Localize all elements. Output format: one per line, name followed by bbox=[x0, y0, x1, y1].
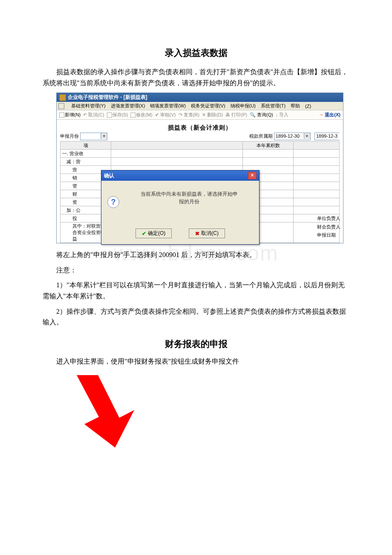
tb-import[interactable]: ↓ 导入 bbox=[276, 112, 289, 118]
cancel-button[interactable]: ✖取消(C) bbox=[189, 228, 225, 238]
menubar: 基础资料管理(Y) 进项发票管理(X) 销项发票管理(W) 税务凭证管理(V) … bbox=[57, 102, 343, 110]
form-title: 损益表（新会计准则） bbox=[60, 124, 340, 132]
label-acct-head: 财会负责人 bbox=[317, 223, 340, 231]
tb-edit[interactable]: 修改(M) bbox=[130, 112, 153, 118]
tb-cancel[interactable]: ↶ 取消(C) bbox=[83, 112, 104, 118]
question-icon: ? bbox=[107, 196, 119, 208]
menu-declare[interactable]: 纳税申报(U) bbox=[231, 103, 256, 109]
menu-in-invoice[interactable]: 进项发票管理(X) bbox=[111, 103, 145, 109]
menu-out-invoice[interactable]: 销项发票管理(W) bbox=[150, 103, 186, 109]
tb-recheck[interactable]: ↷ 复查(R) bbox=[179, 112, 199, 118]
para-1: 损益表数据的录入操作步骤与资产负债表相同，首先打开"新资产负债表"并点击【新增】… bbox=[43, 66, 349, 88]
tb-delete[interactable]: ✕ 删除(D) bbox=[202, 112, 223, 118]
confirm-dialog: 确认 × ? 当前系统中尚未有新损益表，请选择开始申 报的月份 ✔确定(O) ✖… bbox=[101, 170, 259, 245]
col-item: 项 bbox=[61, 142, 111, 150]
para-5: 2）操作步骤、方式与资产负债表操作完全相同。可参照上述资产负债表的操作方式将损益… bbox=[43, 306, 349, 328]
row-label: 一. 营业收 bbox=[61, 150, 111, 158]
para-4: 1）"本年累计"栏目可以在填写第一个月时直接进行输入，当第一个月输入完成后，以后… bbox=[43, 280, 349, 301]
col-blank bbox=[111, 142, 243, 150]
row-label: 减：营 bbox=[61, 158, 111, 166]
app-window: 企业电子报税管理软件 - [新损益表] 基础资料管理(Y) 进项发票管理(X) … bbox=[56, 92, 343, 243]
col-accum: 本年累积数 bbox=[243, 142, 294, 150]
dialog-message: 当前系统中尚未有新损益表，请选择开始申 报的月份 bbox=[125, 189, 253, 205]
svg-marker-0 bbox=[77, 375, 134, 448]
close-button[interactable]: × bbox=[248, 172, 257, 179]
tb-new[interactable]: 新增(N) bbox=[59, 112, 81, 118]
para-3-label: 注意： bbox=[43, 265, 349, 276]
heading-report-declare: 财务报表的申报 bbox=[43, 338, 349, 350]
tax-period-combo[interactable]: 1899-12-30▾ bbox=[274, 133, 311, 140]
side-labels: 单位负责人 财会负责人 申报日期 bbox=[317, 214, 340, 240]
tb-query[interactable]: 🔍 查询(Q) bbox=[250, 112, 273, 118]
menu-tax-doc[interactable]: 税务凭证管理(V) bbox=[191, 103, 225, 109]
check-icon: ✔ bbox=[142, 231, 146, 237]
declare-month-combo[interactable]: ▾ bbox=[80, 133, 107, 140]
tb-print[interactable]: 🖶 打印(P) bbox=[225, 112, 247, 118]
chevron-down-icon: ▾ bbox=[304, 133, 310, 139]
x-icon: ✖ bbox=[195, 231, 199, 237]
form-area: 损益表（新会计准则） 申报月份 ▾ 税款所属期 1899-12-30▾ 1899… bbox=[57, 120, 343, 243]
heading-enter-profit-loss: 录入损益表数据 bbox=[43, 47, 349, 59]
col-extra bbox=[294, 142, 340, 150]
menu-z[interactable]: (Z) bbox=[305, 104, 311, 109]
tb-audit[interactable]: ✔ 审核(V) bbox=[155, 112, 176, 118]
red-arrow-graphic bbox=[68, 375, 349, 448]
chevron-down-icon: ▾ bbox=[101, 133, 107, 139]
label-unit-head: 单位负责人 bbox=[317, 214, 340, 223]
tax-period-label: 税款所属期 bbox=[249, 133, 273, 139]
menu-basic[interactable]: 基础资料管理(Y) bbox=[71, 103, 106, 109]
window-title: 企业电子报税管理软件 - [新损益表] bbox=[68, 94, 147, 101]
titlebar: 企业电子报税管理软件 - [新损益表] bbox=[57, 93, 343, 102]
tb-exit[interactable]: → 退出(X) bbox=[319, 112, 340, 118]
label-declare-date: 申报日期 bbox=[317, 231, 340, 240]
ok-button[interactable]: ✔确定(O) bbox=[135, 228, 172, 238]
control-box-icon bbox=[58, 103, 64, 109]
para-6: 进入申报主界面，使用"申报财务报表"按钮生成财务申报文件 bbox=[43, 356, 349, 367]
tb-save[interactable]: 保存(S) bbox=[107, 112, 128, 118]
tax-period-end[interactable]: 1899-12-3 bbox=[314, 133, 340, 140]
menu-help[interactable]: 帮助 bbox=[291, 103, 300, 109]
dialog-title: 确认 bbox=[104, 172, 114, 179]
app-icon bbox=[59, 94, 66, 101]
declare-month-label: 申报月份 bbox=[60, 133, 79, 139]
menu-system[interactable]: 系统管理(T) bbox=[261, 103, 285, 109]
para-2: 将左上角的"申报月份"手工选择到 200901 后，方可开始填写本表。 bbox=[43, 249, 349, 260]
toolbar: 新增(N) ↶ 取消(C) 保存(S) 修改(M) ✔ 审核(V) ↷ 复查(R… bbox=[57, 110, 343, 120]
